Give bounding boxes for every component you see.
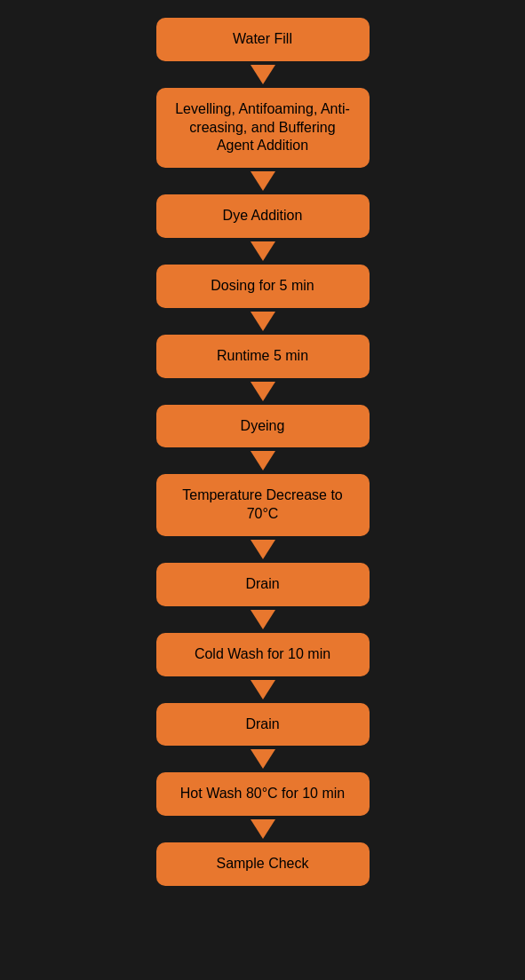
arrow-2 (251, 241, 275, 261)
arrow-7 (251, 610, 275, 629)
step-dyeing: Dyeing (156, 405, 370, 448)
step-dosing: Dosing for 5 min (156, 265, 370, 308)
arrow-6 (251, 540, 275, 559)
arrow-10 (251, 819, 275, 839)
step-cold-wash: Cold Wash for 10 min (156, 633, 370, 676)
arrow-1 (251, 171, 275, 191)
step-levelling-agents: Levelling, Antifoaming, Anti-creasing, a… (156, 88, 370, 168)
arrow-3 (251, 312, 275, 331)
arrow-5 (251, 451, 275, 470)
arrow-0 (251, 65, 275, 84)
arrow-4 (251, 382, 275, 401)
flowchart: Water FillLevelling, Antifoaming, Anti-c… (0, 18, 525, 886)
arrow-8 (251, 680, 275, 699)
step-drain-2: Drain (156, 703, 370, 747)
step-water-fill: Water Fill (156, 18, 370, 61)
arrow-9 (251, 749, 275, 769)
step-sample-check: Sample Check (156, 842, 370, 886)
step-dye-addition: Dye Addition (156, 194, 370, 238)
step-runtime: Runtime 5 min (156, 335, 370, 378)
step-drain-1: Drain (156, 563, 370, 606)
step-temp-decrease: Temperature Decrease to 70°C (156, 474, 370, 536)
step-hot-wash: Hot Wash 80°C for 10 min (156, 772, 370, 816)
